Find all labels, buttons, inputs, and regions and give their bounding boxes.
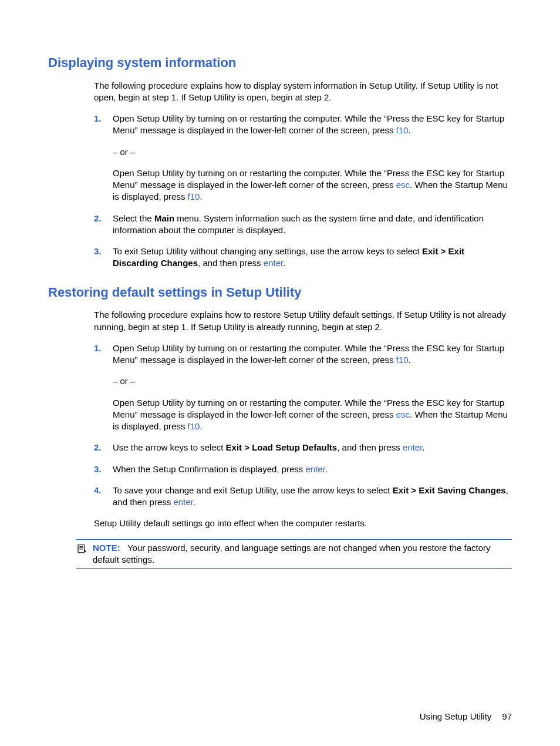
footer-section: Using Setup Utility: [420, 711, 492, 721]
step-number: 3.: [94, 246, 113, 270]
step-text: To exit Setup Utility without changing a…: [113, 246, 512, 270]
or-separator: – or –: [113, 375, 512, 387]
step-number: 4.: [94, 485, 113, 509]
step-text: Use the arrow keys to select Exit > Load…: [113, 442, 425, 453]
or-separator: – or –: [113, 146, 512, 158]
key-esc: esc: [396, 180, 410, 190]
heading-restoring-defaults: Restoring default settings in Setup Util…: [48, 284, 512, 301]
step-2: 2. Use the arrow keys to select Exit > L…: [94, 442, 512, 453]
heading-displaying-system-information: Displaying system information: [48, 54, 512, 72]
bold-load-defaults: Exit > Load Setup Defaults: [226, 442, 338, 452]
document-page: Displaying system information The follow…: [0, 0, 560, 746]
steps-list-1: 1. Open Setup Utility by turning on or r…: [94, 113, 512, 270]
step-text: Open Setup Utility by turning on or rest…: [113, 167, 512, 203]
step-1: 1. Open Setup Utility by turning on or r…: [94, 342, 512, 433]
step-number: 2.: [94, 442, 113, 453]
step-text: Open Setup Utility by turning on or rest…: [113, 342, 512, 367]
step-number: 3.: [94, 463, 113, 475]
page-footer: Using Setup Utility97: [420, 711, 512, 723]
note-text: Your password, security, and language se…: [93, 543, 491, 564]
note-label: NOTE:: [93, 543, 120, 553]
bold-exit-saving: Exit > Exit Saving Changes: [393, 485, 506, 495]
key-enter: enter: [306, 464, 325, 474]
step-body: To exit Setup Utility without changing a…: [113, 246, 512, 270]
note-icon: [76, 542, 87, 566]
outro-paragraph: Setup Utility default settings go into e…: [94, 518, 512, 529]
step-body: When the Setup Confirmation is displayed…: [113, 463, 328, 475]
step-number: 2.: [94, 213, 113, 237]
note-block: NOTE: Your password, security, and langu…: [76, 539, 512, 569]
step-text: To save your change and exit Setup Utili…: [113, 485, 512, 509]
step-text: Select the Main menu. System information…: [113, 213, 512, 237]
step-number: 1.: [94, 113, 113, 203]
step-body: Open Setup Utility by turning on or rest…: [113, 342, 512, 433]
step-3: 3. To exit Setup Utility without changin…: [94, 246, 512, 270]
step-1: 1. Open Setup Utility by turning on or r…: [94, 113, 512, 203]
step-body: Use the arrow keys to select Exit > Load…: [113, 442, 425, 453]
step-text: Open Setup Utility by turning on or rest…: [113, 113, 512, 137]
svg-rect-0: [78, 545, 85, 553]
key-f10: f10: [396, 355, 409, 365]
step-number: 1.: [94, 342, 113, 433]
step-4: 4. To save your change and exit Setup Ut…: [94, 485, 512, 509]
step-body: Select the Main menu. System information…: [113, 213, 512, 237]
key-enter: enter: [173, 497, 193, 507]
intro-paragraph: The following procedure explains how to …: [94, 309, 512, 333]
key-enter: enter: [264, 258, 283, 268]
key-enter: enter: [403, 442, 422, 452]
footer-page-number: 97: [502, 711, 512, 721]
intro-paragraph: The following procedure explains how to …: [94, 80, 512, 104]
step-text: When the Setup Confirmation is displayed…: [113, 463, 328, 475]
note-content: NOTE: Your password, security, and langu…: [93, 542, 512, 566]
bold-main: Main: [154, 213, 174, 223]
step-2: 2. Select the Main menu. System informat…: [94, 213, 512, 237]
steps-list-2: 1. Open Setup Utility by turning on or r…: [94, 342, 512, 509]
key-f10: f10: [188, 191, 200, 201]
step-3: 3. When the Setup Confirmation is displa…: [94, 463, 512, 475]
key-esc: esc: [396, 409, 410, 419]
step-body: Open Setup Utility by turning on or rest…: [113, 113, 512, 203]
key-f10: f10: [188, 421, 200, 431]
step-text: Open Setup Utility by turning on or rest…: [113, 397, 512, 433]
key-f10: f10: [396, 125, 409, 135]
step-body: To save your change and exit Setup Utili…: [113, 485, 512, 509]
